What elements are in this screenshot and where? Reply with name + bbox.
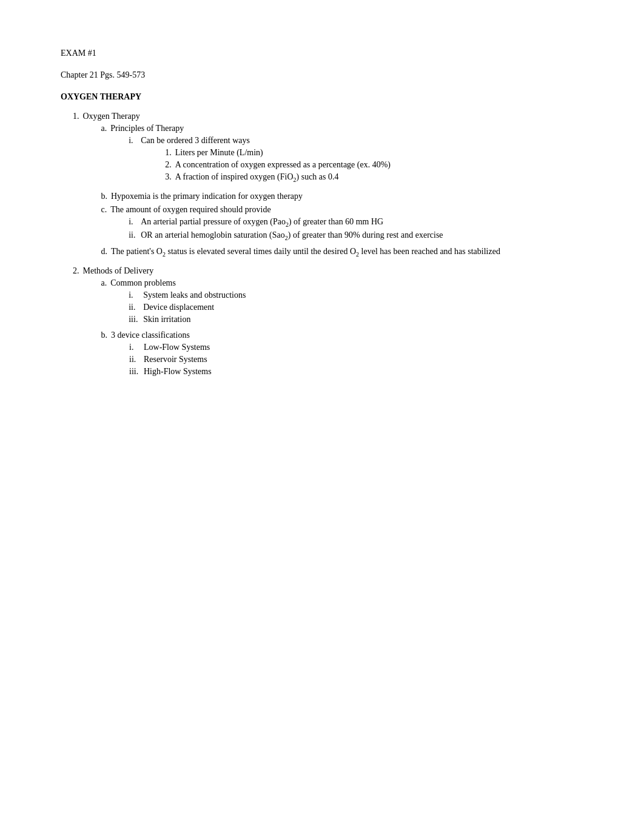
sub-i-2b-i: i. Low-Flow Systems [129,343,212,352]
sub-a-label-b: Hypoxemia is the primary indication for … [111,192,303,201]
sub-i-2a-ii: ii. Device displacement [129,303,246,312]
list-label-2: Methods of Delivery [83,266,154,275]
sub-num-item-2: 2. A concentration of oxygen expressed a… [165,160,391,170]
sub-a-letter-c: c. [101,205,107,244]
page-container: EXAM #1 Chapter 21 Pgs. 549-573 OXYGEN T… [0,0,644,436]
sub-i-item-c-ii: ii. OR an arterial hemoglobin saturation… [129,230,443,241]
sub-a2-content-a: Common problems i. System leaks and obst… [110,278,246,327]
sub-num-text-2: A concentration of oxygen expressed as a… [175,160,391,170]
sub-i-2b-roman-i: i. [129,343,140,352]
sub-i-content-c-ii: OR an arterial hemoglobin saturation (Sa… [141,230,443,241]
sub-a-item-d: d. The patient's O2 status is elevated s… [101,247,500,258]
sub-i-2a-i: i. System leaks and obstructions [129,290,246,300]
sub-num-item-3: 3. A fraction of inspired oxygen (FiO2) … [165,172,391,183]
sub-i-label-c-i: An arterial partial pressure of oxygen (… [141,217,383,226]
sub-i-2b-label-ii: Reservoir Systems [144,355,207,364]
sub-i-2a-label-i: System leaks and obstructions [143,290,246,300]
list-content-1: Oxygen Therapy a. Principles of Therapy … [83,112,500,261]
sub-i-item-i: i. Can be ordered 3 different ways 1. Li… [129,136,391,186]
sub-i-roman-i: i. [129,136,137,186]
sub-a-item-c: c. The amount of oxygen required should … [101,205,500,244]
sub-i-content-c-i: An arterial partial pressure of oxygen (… [141,217,383,228]
exam-title: EXAM #1 [61,49,583,58]
sub-num-label-3: 3. [165,172,172,183]
sub-i-2a-roman-ii: ii. [129,303,139,312]
sub-a-label-a: Principles of Therapy [110,124,184,133]
sub-i-2a-label-iii: Skin irritation [143,315,190,324]
sub-a-letter-b: b. [101,192,108,201]
sub-a2-item-b: b. 3 device classifications i. Low-Flow … [101,330,246,379]
sub-a2-letter-a: a. [101,278,107,327]
section-heading: OXYGEN THERAPY [61,92,583,102]
sub-a-content-a: Principles of Therapy i. Can be ordered … [110,124,391,188]
sub-i-label-i: Can be ordered 3 different ways [141,136,250,145]
sub-a2-letter-b: b. [101,330,108,379]
sub-a2-item-a: a. Common problems i. System leaks and o… [101,278,246,327]
sub-a-content-c: The amount of oxygen required should pro… [110,205,443,244]
sub-a-content-d: The patient's O2 status is elevated seve… [111,247,500,258]
sub-i-list-c: i. An arterial partial pressure of oxyge… [129,217,443,241]
sub-a-item-a: a. Principles of Therapy i. Can be order… [101,124,500,188]
sub-i-2b-label-iii: High-Flow Systems [144,367,212,377]
sub-i-2b-roman-ii: ii. [129,355,140,364]
sub-num-item-1: 1. Liters per Minute (L/min) [165,148,391,158]
sub-i-2a-label-ii: Device displacement [143,303,214,312]
sub-a-label-d: The patient's O2 status is elevated seve… [111,247,500,256]
sub-a-letter-a: a. [101,124,107,188]
sub-i-2a-roman-i: i. [129,290,139,300]
list-num-2: 2. [73,266,79,383]
sub-i-list-2b: i. Low-Flow Systems ii. Reservoir System… [129,343,212,377]
sub-num-label-2: 2. [165,160,172,170]
sub-i-roman-c-i: i. [129,217,137,228]
list-label-1: Oxygen Therapy [83,112,140,121]
list-content-2: Methods of Delivery a. Common problems i… [83,266,246,383]
sub-a-label-c: The amount of oxygen required should pro… [110,205,270,214]
sub-i-2b-label-i: Low-Flow Systems [144,343,210,352]
sub-num-list: 1. Liters per Minute (L/min) 2. A concen… [165,148,391,183]
list-item-2: 2. Methods of Delivery a. Common problem… [73,266,583,383]
chapter-ref: Chapter 21 Pgs. 549-573 [61,70,583,80]
list-item-1: 1. Oxygen Therapy a. Principles of Thera… [73,112,583,261]
sub-i-item-c-i: i. An arterial partial pressure of oxyge… [129,217,443,228]
sub-a2-content-b: 3 device classifications i. Low-Flow Sys… [111,330,212,379]
sub-i-list-a: i. Can be ordered 3 different ways 1. Li… [129,136,391,186]
sub-i-2b-ii: ii. Reservoir Systems [129,355,212,364]
sub-num-text-3: A fraction of inspired oxygen (FiO2) suc… [175,172,339,183]
sub-a-letter-d: d. [101,247,108,258]
sub-a-item-b: b. Hypoxemia is the primary indication f… [101,192,500,201]
sub-a2-label-b: 3 device classifications [111,330,190,340]
sub-i-label-c-ii: OR an arterial hemoglobin saturation (Sa… [141,230,443,240]
sub-a2-label-a: Common problems [110,278,176,287]
sub-i-roman-c-ii: ii. [129,230,137,241]
sub-i-2b-iii: iii. High-Flow Systems [129,367,212,377]
sub-i-content-i: Can be ordered 3 different ways 1. Liter… [141,136,391,186]
sub-num-label-1: 1. [165,148,172,158]
sub-i-2a-iii: iii. Skin irritation [129,315,246,324]
sub-i-list-2a: i. System leaks and obstructions ii. Dev… [129,290,246,324]
sub-a-list-1: a. Principles of Therapy i. Can be order… [101,124,500,258]
sub-a-list-2: a. Common problems i. System leaks and o… [101,278,246,379]
sub-i-2a-roman-iii: iii. [129,315,139,324]
sub-a-content-b: Hypoxemia is the primary indication for … [111,192,303,201]
list-num-1: 1. [73,112,79,261]
sub-i-2b-roman-iii: iii. [129,367,140,377]
sub-num-text-1: Liters per Minute (L/min) [175,148,263,158]
